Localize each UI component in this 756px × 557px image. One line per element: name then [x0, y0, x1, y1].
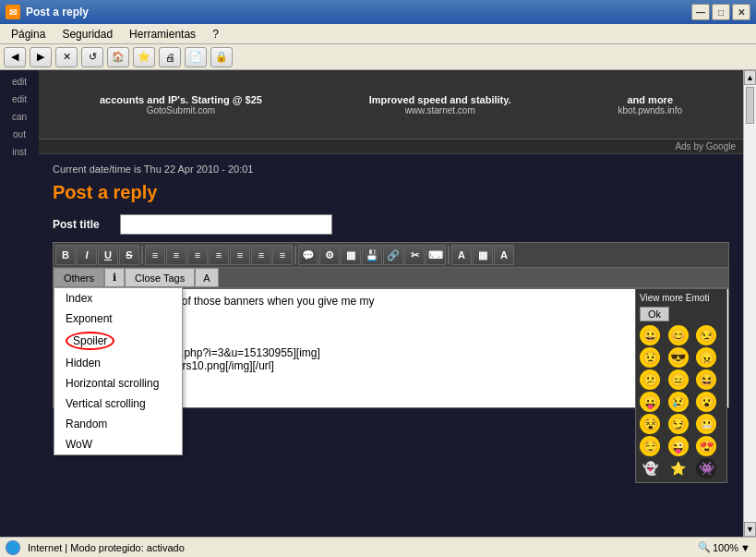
ads-by-label: Ads by Google	[39, 139, 743, 154]
align-center-button[interactable]: ≡	[166, 245, 186, 265]
post-title-input[interactable]	[120, 214, 332, 235]
list3-button[interactable]: ≡	[272, 245, 293, 265]
menu-seguridad[interactable]: Seguridad	[54, 26, 120, 42]
font-color-button[interactable]: A	[451, 245, 472, 265]
home-button[interactable]: 🏠	[107, 47, 129, 67]
emot-21[interactable]: 👾	[696, 458, 716, 478]
forward-button[interactable]: ▶	[30, 47, 52, 67]
post-title-label: Post title	[53, 218, 113, 231]
grid-button[interactable]: ▦	[473, 245, 493, 265]
emot-4[interactable]: 😟	[640, 347, 660, 368]
emot-6[interactable]: 😠	[696, 347, 716, 368]
emot-19[interactable]: 👻	[640, 458, 660, 478]
emot-10[interactable]: 😛	[640, 392, 660, 412]
emot-16[interactable]: 😌	[640, 436, 660, 456]
info-button[interactable]: ℹ	[104, 268, 125, 287]
title-bar: ✉ Post a reply — □ ✕	[0, 0, 756, 24]
list-button[interactable]: ≡	[230, 245, 250, 265]
emot-13[interactable]: 😵	[640, 414, 660, 434]
cut-button[interactable]: ✂	[404, 245, 425, 265]
refresh-button[interactable]: ↺	[81, 47, 103, 67]
back-button[interactable]: ◀	[4, 47, 26, 67]
page-button[interactable]: 📄	[185, 47, 207, 67]
quote-button[interactable]: 💬	[298, 245, 318, 265]
browser-window: ✉ Post a reply — □ ✕ Página Seguridad He…	[0, 0, 756, 557]
align-justify-button[interactable]: ≡	[209, 245, 229, 265]
emot-20[interactable]: ⭐	[668, 458, 689, 478]
font-tags-button[interactable]: A	[195, 268, 218, 287]
security-button[interactable]: 🔒	[210, 47, 233, 67]
page-content: Current date/time is Thu 22 Apr 2010 - 2…	[39, 154, 743, 519]
print-button[interactable]: 🖨	[159, 47, 181, 67]
spoiler-item: Spoiler	[66, 332, 171, 350]
list2-button[interactable]: ≡	[251, 245, 271, 265]
menu-help[interactable]: ?	[205, 26, 226, 42]
ad-url-2: www.starnet.com	[369, 105, 511, 115]
ad-block-3: and more kbot.pwnds.info	[618, 94, 683, 115]
table-button[interactable]: ▦	[341, 245, 361, 265]
scroll-up-button[interactable]: ▲	[744, 70, 756, 85]
font-size-button[interactable]: A	[494, 245, 514, 265]
ok-button[interactable]: Ok	[640, 307, 669, 321]
link-button[interactable]: 🔗	[383, 245, 403, 265]
sidebar-item-can[interactable]: can	[0, 109, 39, 125]
dropdown-spoiler[interactable]: Spoiler	[54, 329, 182, 353]
sidebar-item-out[interactable]: out	[0, 127, 39, 142]
sidebar-item-inst[interactable]: inst	[0, 144, 39, 160]
scroll-track	[744, 85, 756, 522]
align-left-button[interactable]: ≡	[145, 245, 165, 265]
menu-pagina[interactable]: Página	[4, 26, 53, 42]
window-icon: ✉	[6, 5, 20, 19]
emot-1[interactable]: 😀	[640, 325, 660, 345]
emot-17[interactable]: 😜	[668, 436, 689, 456]
emot-14[interactable]: 😏	[668, 414, 689, 434]
zoom-control[interactable]: 🔍 100% ▼	[698, 541, 750, 553]
dropdown-hidden[interactable]: Hidden	[54, 353, 182, 373]
emot-11[interactable]: 😢	[668, 392, 689, 412]
favorites-button[interactable]: ⭐	[133, 47, 155, 67]
italic-button[interactable]: I	[77, 245, 97, 265]
align-right-button[interactable]: ≡	[187, 245, 208, 265]
code-button[interactable]: ⚙	[319, 245, 340, 265]
minimize-button[interactable]: —	[691, 4, 710, 20]
scroll-thumb[interactable]	[746, 87, 754, 124]
dropdown-index[interactable]: Index	[54, 288, 182, 309]
emot-grid: 😀 😊 😒 😟 😎 😠 😕 😑 😆 😛 😢 😮	[640, 325, 723, 478]
bold-button[interactable]: B	[55, 245, 76, 265]
dropdown-random[interactable]: Random	[54, 414, 182, 434]
emot-3[interactable]: 😒	[696, 325, 716, 345]
dropdown-vertical-scrolling[interactable]: Vertical scrolling	[54, 394, 182, 414]
stop-button[interactable]: ✕	[55, 47, 78, 67]
separator-3	[448, 246, 450, 264]
ad-area: accounts and IP's. Starting @ $25 GotoSu…	[39, 70, 743, 139]
emot-7[interactable]: 😕	[640, 369, 660, 390]
strikethrough-button[interactable]: S	[119, 245, 139, 265]
status-globe-icon: 🌐	[6, 540, 20, 555]
status-text: Internet | Modo protegido: activado	[28, 542, 690, 553]
others-button[interactable]: Others	[54, 268, 104, 287]
ad-block-2: Improved speed and stability. www.starne…	[369, 94, 511, 115]
emot-8[interactable]: 😑	[668, 369, 689, 390]
sidebar-item-edit[interactable]: edit	[0, 74, 39, 90]
underline-button[interactable]: U	[98, 245, 118, 265]
window-controls: — □ ✕	[691, 4, 750, 20]
status-bar: 🌐 Internet | Modo protegido: activado 🔍 …	[0, 537, 756, 557]
emot-15[interactable]: 😬	[696, 414, 716, 434]
image-button[interactable]: 💾	[362, 245, 382, 265]
emot-9[interactable]: 😆	[696, 369, 716, 390]
dropdown-exponent[interactable]: Exponent	[54, 309, 182, 329]
dropdown-horizontal-scrolling[interactable]: Horizontal scrolling	[54, 373, 182, 394]
emot-5[interactable]: 😎	[668, 347, 689, 368]
maximize-button[interactable]: □	[712, 4, 730, 20]
keyboard-button[interactable]: ⌨	[426, 245, 446, 265]
dropdown-wow[interactable]: WoW	[54, 434, 182, 454]
scroll-down-button[interactable]: ▼	[744, 522, 756, 537]
emot-2[interactable]: 😊	[668, 325, 689, 345]
sidebar-item-edit2[interactable]: edit	[0, 91, 39, 107]
close-button[interactable]: ✕	[732, 4, 750, 20]
menu-herramientas[interactable]: Herramientas	[122, 26, 203, 42]
zoom-value: 100%	[713, 542, 738, 553]
emot-12[interactable]: 😮	[696, 392, 716, 412]
close-tags-button[interactable]: Close Tags	[125, 268, 195, 287]
emot-18[interactable]: 😍	[696, 436, 716, 456]
